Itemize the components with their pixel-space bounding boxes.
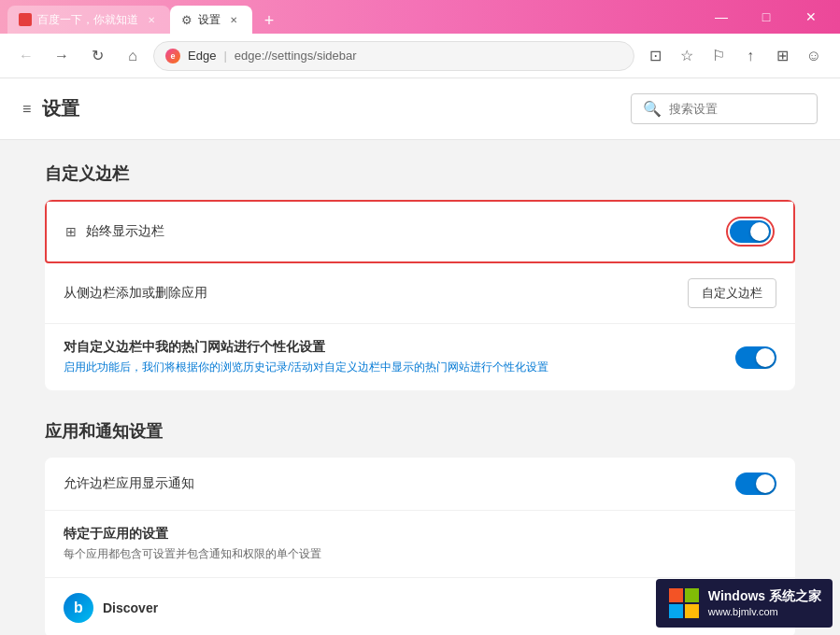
- always-show-sidebar-row: ⊞ 始终显示边栏: [45, 200, 795, 263]
- windows-flag-icon: [667, 586, 701, 620]
- tab-settings[interactable]: ⚙ 设置 ✕: [170, 6, 252, 34]
- back-button[interactable]: ←: [11, 41, 41, 71]
- add-remove-apps-row: 从侧边栏添加或删除应用 自定义边栏: [45, 263, 795, 324]
- search-box[interactable]: 🔍: [631, 93, 818, 124]
- tab-settings-close[interactable]: ✕: [226, 12, 241, 27]
- toggle-knob: [750, 222, 769, 241]
- always-show-sidebar-toggle-wrapper: [726, 217, 775, 247]
- svg-rect-1: [685, 588, 699, 602]
- personalize-hot-sites-sublabel: 启用此功能后，我们将根据你的浏览历史记录/活动对自定义边栏中显示的热门网站进行个…: [64, 360, 548, 375]
- section-notification-title: 应用和通知设置: [45, 420, 795, 443]
- personalize-hot-sites-label: 对自定义边栏中我的热门网站进行个性化设置: [64, 339, 548, 356]
- settings-title-group: ≡ 设置: [22, 96, 79, 121]
- tab-group: 百度一下，你就知道 ✕ ⚙ 设置 ✕ +: [7, 0, 696, 34]
- watermark: Windows 系统之家 www.bjmlv.com: [656, 579, 833, 628]
- tab-baidu[interactable]: 百度一下，你就知道 ✕: [7, 6, 170, 34]
- address-bar[interactable]: e 设置 Edge | edge://settings/sidebar: [153, 41, 634, 71]
- section-gap: [45, 398, 795, 420]
- svg-rect-2: [669, 604, 683, 618]
- app-body: ≡ 设置 🔍 自定义边栏 ⊞ 始终显示边栏: [0, 78, 840, 635]
- watermark-site-url: www.bjmlv.com: [708, 605, 821, 619]
- close-button[interactable]: ✕: [790, 0, 833, 34]
- app-specific-settings-sublabel: 每个应用都包含可设置并包含通知和权限的单个设置: [64, 546, 321, 562]
- browser-icon: e: [165, 49, 180, 64]
- tab-baidu-icon: [19, 13, 32, 26]
- discover-left: b Discover: [64, 593, 158, 623]
- share-button[interactable]: ↑: [735, 41, 765, 71]
- always-show-sidebar-left: ⊞ 始终显示边栏: [65, 223, 164, 240]
- allow-notifications-label: 允许边栏应用显示通知: [64, 475, 194, 492]
- favorites-button[interactable]: ☆: [672, 41, 702, 71]
- sidebar-pin-icon: ⊞: [65, 224, 77, 239]
- svg-rect-3: [685, 604, 699, 618]
- svg-rect-0: [669, 588, 683, 602]
- nav-bar: ← → ↻ ⌂ e 设置 Edge | edge://settings/side…: [0, 34, 840, 78]
- section-customize-title: 自定义边栏: [45, 162, 795, 185]
- window-controls: — □ ✕: [700, 0, 833, 34]
- toggle-knob-3: [756, 474, 775, 493]
- menu-icon[interactable]: ≡: [22, 101, 31, 118]
- profile-button[interactable]: ☺: [799, 41, 829, 71]
- content-area: 自定义边栏 ⊞ 始终显示边栏 从侧边栏添加或删除应用: [0, 140, 840, 635]
- allow-notifications-row: 允许边栏应用显示通知: [45, 458, 795, 511]
- search-icon: 🔍: [643, 100, 662, 118]
- collections-button[interactable]: ⚐: [704, 41, 733, 71]
- nav-icons: ⊡ ☆ ⚐ ↑ ⊞ ☺: [640, 41, 829, 71]
- search-input[interactable]: [669, 102, 805, 116]
- title-bar: 百度一下，你就知道 ✕ ⚙ 设置 ✕ + — □ ✕: [0, 0, 840, 34]
- add-remove-apps-label: 从侧边栏添加或删除应用: [64, 285, 207, 302]
- extensions-button[interactable]: ⊞: [767, 41, 797, 71]
- app-specific-settings-label: 特定于应用的设置: [64, 526, 321, 543]
- tab-settings-icon: ⚙: [181, 13, 192, 27]
- personalize-hot-sites-toggle[interactable]: [735, 346, 776, 369]
- brand-edge-text: Edge: [188, 49, 216, 63]
- toggle-knob-2: [756, 348, 775, 367]
- always-show-sidebar-toggle[interactable]: [730, 220, 771, 243]
- address-divider: |: [223, 49, 226, 63]
- always-show-sidebar-label: 始终显示边栏: [86, 223, 164, 240]
- minimize-button[interactable]: —: [700, 0, 743, 34]
- tab-baidu-close[interactable]: ✕: [144, 12, 159, 27]
- maximize-button[interactable]: □: [745, 0, 788, 34]
- app-specific-settings-text: 特定于应用的设置 每个应用都包含可设置并包含通知和权限的单个设置: [64, 526, 321, 562]
- tab-settings-label: 设置: [198, 12, 221, 28]
- new-tab-button[interactable]: +: [256, 7, 282, 34]
- main-content: ≡ 设置 🔍 自定义边栏 ⊞ 始终显示边栏: [0, 78, 840, 635]
- forward-button[interactable]: →: [47, 41, 77, 71]
- watermark-text: Windows 系统之家 www.bjmlv.com: [708, 587, 821, 620]
- settings-header: ≡ 设置 🔍: [0, 78, 840, 140]
- discover-icon: b: [64, 593, 93, 623]
- personalize-hot-sites-row: 对自定义边栏中我的热门网站进行个性化设置 启用此功能后，我们将根据你的浏览历史记…: [45, 324, 795, 390]
- watermark-site-name: Windows 系统之家: [708, 587, 821, 606]
- allow-notifications-toggle[interactable]: [735, 473, 776, 495]
- page-title: 设置: [42, 96, 79, 121]
- tab-baidu-label: 百度一下，你就知道: [37, 12, 138, 28]
- split-view-button[interactable]: ⊡: [640, 41, 670, 71]
- home-button[interactable]: ⌂: [118, 41, 148, 71]
- customize-sidebar-button[interactable]: 自定义边栏: [688, 278, 776, 308]
- personalize-hot-sites-text: 对自定义边栏中我的热门网站进行个性化设置 启用此功能后，我们将根据你的浏览历史记…: [64, 339, 548, 375]
- customize-sidebar-card: ⊞ 始终显示边栏 从侧边栏添加或删除应用 自定义边栏: [45, 200, 795, 390]
- app-specific-settings-row: 特定于应用的设置 每个应用都包含可设置并包含通知和权限的单个设置: [45, 511, 795, 578]
- address-url: edge://settings/sidebar: [235, 49, 357, 63]
- discover-label: Discover: [103, 600, 158, 615]
- refresh-button[interactable]: ↻: [82, 41, 112, 71]
